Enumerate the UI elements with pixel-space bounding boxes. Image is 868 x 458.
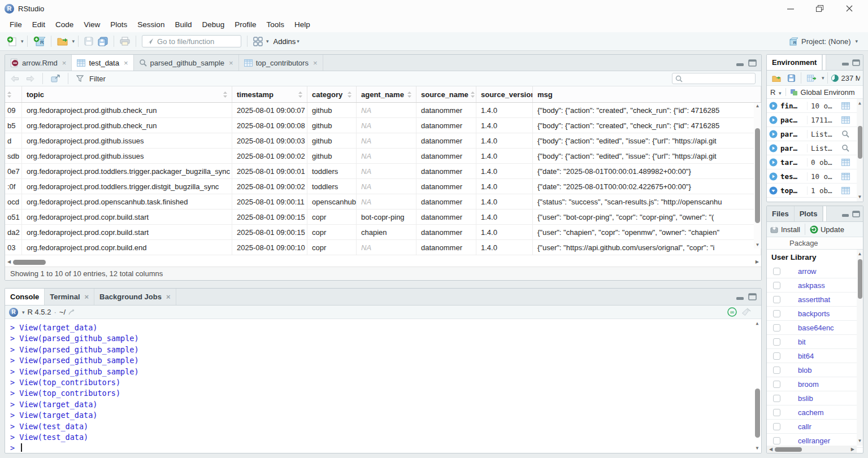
package-loaded-checkbox[interactable] [773,437,780,444]
menu-debug[interactable]: Debug [197,18,229,31]
environment-variable-row[interactable]: pac…1711… [767,113,863,127]
package-name-link[interactable]: base64enc [798,324,834,332]
package-name-link[interactable]: assertthat [798,295,830,304]
sort-icon[interactable] [223,91,227,98]
language-selector[interactable]: R ▾ [770,88,782,97]
view-data-icon[interactable] [841,173,850,180]
package-loaded-checkbox[interactable] [773,282,780,289]
install-button[interactable]: Install [770,225,800,234]
package-loaded-checkbox[interactable] [773,324,780,331]
view-data-icon[interactable] [841,159,850,166]
close-tab-icon[interactable]: × [62,59,67,67]
save-workspace-icon[interactable] [786,71,797,85]
package-loaded-checkbox[interactable] [773,395,780,402]
print-button[interactable] [118,34,132,48]
package-loaded-checkbox[interactable] [773,367,780,374]
new-project-button[interactable]: R [32,34,47,48]
table-row[interactable]: o51org.fedoraproject.prod.copr.build.sta… [5,210,761,225]
filter-label[interactable]: Filter [89,75,106,83]
new-file-dropdown-icon[interactable]: ▾ [21,38,24,44]
environment-variable-row[interactable]: tes…10 o… [767,169,863,184]
table-vertical-scrollbar[interactable]: ▲ ▼ [754,103,761,248]
scroll-left-icon[interactable]: ◀ [7,259,11,265]
sort-icon[interactable] [298,91,302,98]
package-loaded-checkbox[interactable] [773,338,780,346]
tab-arrow-rmd[interactable]: arrow.Rmd× [5,55,72,71]
scroll-up-icon[interactable]: ▲ [858,251,862,258]
packages-horizontal-scrollbar[interactable]: ◀ ▶ [767,446,857,453]
r-session-icon[interactable]: R [9,308,18,317]
view-data-icon[interactable] [841,102,850,110]
column-header-rowid[interactable] [5,86,22,102]
package-name-link[interactable]: broom [798,380,819,389]
minimize-window-icon[interactable] [787,5,795,12]
save-all-button[interactable] [96,34,110,48]
package-name-link[interactable]: callr [798,422,811,431]
clear-console-icon[interactable] [741,308,752,316]
import-dataset-dropdown-icon[interactable]: ▾ [822,75,824,81]
goto-file-function-input[interactable]: Go to file/function [142,35,241,47]
addins-button[interactable]: Addins [274,37,296,46]
console-prompt[interactable]: > [10,443,750,453]
tab-background-jobs[interactable]: Background Jobs× [94,289,176,305]
table-row[interactable]: dorg.fedoraproject.prod.github.issues202… [5,133,761,149]
open-file-button[interactable] [55,34,71,48]
tab-test_data[interactable]: test_data× [72,55,133,71]
session-suspend-status-icon[interactable]: ∞ [727,307,737,317]
package-loaded-checkbox[interactable] [773,268,780,275]
column-header-source_name[interactable]: source_name [416,86,476,102]
scroll-up-icon[interactable]: ▲ [756,103,760,110]
close-tab-icon[interactable]: × [166,293,171,301]
menu-profile[interactable]: Profile [229,18,261,31]
column-header-source_version[interactable]: source_version [476,86,533,102]
tab-packages-clipped[interactable] [823,206,827,221]
environment-scope-label[interactable]: Global Environm [801,88,855,97]
new-file-button[interactable] [5,34,19,48]
environment-variable-row[interactable]: tar…0 ob… [767,155,863,169]
scroll-up-icon[interactable]: ▲ [756,320,759,327]
close-tab-icon[interactable]: × [85,293,89,301]
package-loaded-checkbox[interactable] [773,352,780,360]
table-row[interactable]: b5org.fedoraproject.prod.github.check_ru… [5,118,761,133]
tab-terminal[interactable]: Terminal× [45,289,94,305]
package-name-link[interactable]: backports [798,309,830,318]
scroll-left-icon[interactable]: ◀ [769,446,772,453]
menu-plots[interactable]: Plots [105,18,132,31]
scroll-down-icon[interactable]: ▼ [858,194,861,200]
table-row[interactable]: da2org.fedoraproject.prod.copr.build.sta… [5,225,761,240]
import-dataset-button[interactable] [805,71,818,85]
minimize-pane-icon[interactable] [736,294,744,300]
table-row[interactable]: 09org.fedoraproject.prod.github.check_ru… [5,103,761,118]
column-header-category[interactable]: category [307,86,357,102]
scroll-up-icon[interactable]: ▲ [858,100,861,107]
console-scrollbar[interactable]: ▲ ▼ [753,319,761,453]
tab-console[interactable]: Console [5,289,45,305]
package-name-link[interactable]: bslib [798,394,813,403]
menu-build[interactable]: Build [170,18,197,31]
back-icon[interactable] [9,72,21,85]
column-header-timestamp[interactable]: timestamp [232,86,307,102]
menu-file[interactable]: File [5,18,27,31]
console-output[interactable]: > View(target_data)> View(parsed_github_… [5,319,761,453]
close-tab-icon[interactable]: × [313,59,318,67]
environment-variable-row[interactable]: fin…10 o… [767,99,863,113]
minimize-pane-icon[interactable] [841,60,849,66]
package-name-link[interactable]: bit [798,338,806,346]
inspect-object-icon[interactable] [841,130,849,138]
update-button[interactable]: Update [810,225,844,234]
package-name-link[interactable]: askpass [798,281,825,290]
close-window-icon[interactable] [845,5,853,12]
menu-edit[interactable]: Edit [27,18,50,31]
sort-icon[interactable] [471,91,475,98]
environment-variable-row[interactable]: par…List… [767,141,863,155]
package-name-link[interactable]: blob [798,366,812,374]
menu-help[interactable]: Help [289,18,315,31]
menu-session[interactable]: Session [132,18,170,31]
table-horizontal-scrollbar[interactable]: ◀ ▶ [5,258,761,267]
pane-layout-dropdown-icon[interactable]: ▾ [266,38,269,44]
environment-variable-row[interactable]: par…List… [767,127,863,141]
package-name-link[interactable]: bit64 [798,352,814,360]
package-name-link[interactable]: cellranger [798,437,830,445]
menu-view[interactable]: View [79,18,105,31]
tab-files[interactable]: Files [767,206,795,221]
